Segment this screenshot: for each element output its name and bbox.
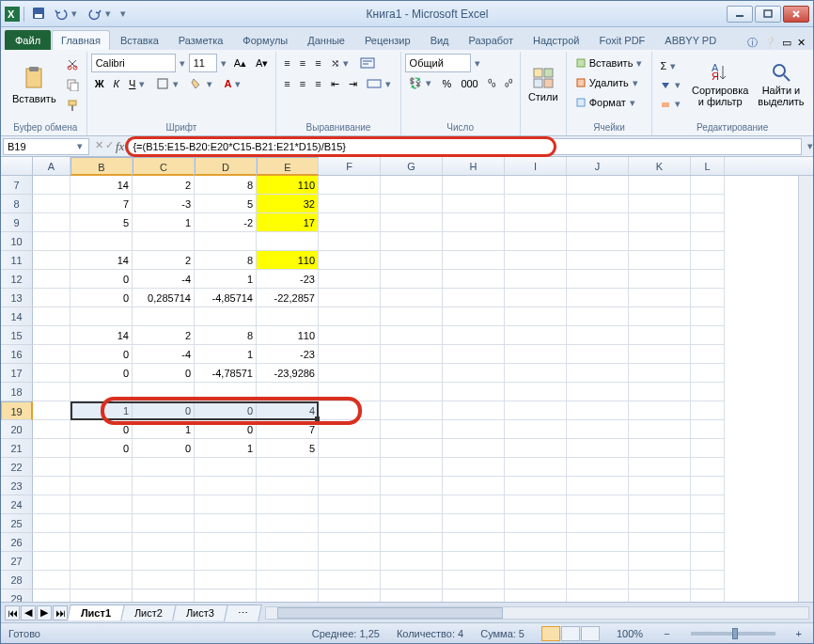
cell[interactable] xyxy=(691,383,725,401)
cell[interactable] xyxy=(319,195,381,213)
cell[interactable] xyxy=(567,289,629,307)
tab-abbyy[interactable]: ABBYY PD xyxy=(655,30,726,50)
cell[interactable] xyxy=(567,514,629,533)
cell[interactable] xyxy=(691,307,725,326)
cell[interactable] xyxy=(691,589,725,602)
cell[interactable] xyxy=(70,458,133,477)
cell[interactable] xyxy=(33,383,70,401)
cell[interactable] xyxy=(443,458,505,477)
cell[interactable] xyxy=(629,213,691,232)
cell[interactable] xyxy=(195,514,257,533)
cell[interactable] xyxy=(629,176,691,195)
cell[interactable] xyxy=(443,270,505,289)
cell[interactable] xyxy=(70,514,133,533)
align-right-button[interactable]: ≡ xyxy=(311,75,324,92)
cell[interactable] xyxy=(70,383,133,401)
format-painter-button[interactable] xyxy=(62,96,83,115)
tab-foxit[interactable]: Foxit PDF xyxy=(589,30,654,50)
wb-close-icon[interactable]: ✕ xyxy=(797,37,806,49)
cell[interactable] xyxy=(257,495,319,514)
cell[interactable] xyxy=(629,458,691,477)
tab-file[interactable]: Файл xyxy=(5,30,51,50)
view-normal-button[interactable] xyxy=(541,626,560,641)
cell[interactable] xyxy=(691,514,725,533)
name-box[interactable]: B19▾ xyxy=(3,138,89,155)
cell[interactable] xyxy=(443,571,505,589)
cell[interactable] xyxy=(381,289,443,307)
view-layout-button[interactable] xyxy=(561,626,580,641)
cell[interactable]: 110 xyxy=(257,251,319,270)
cell[interactable] xyxy=(381,345,443,364)
cell[interactable]: 0 xyxy=(133,364,195,383)
cell[interactable] xyxy=(319,213,381,232)
sheet-nav-last[interactable]: ⏭ xyxy=(53,605,68,620)
cell[interactable] xyxy=(567,458,629,477)
cell[interactable] xyxy=(691,533,725,552)
currency-button[interactable]: 💱▾ xyxy=(405,74,437,92)
orientation-button[interactable]: ⤭▾ xyxy=(327,55,354,72)
sheet-tab-1[interactable]: Лист1 xyxy=(67,605,125,620)
cell[interactable] xyxy=(195,571,257,589)
cell[interactable] xyxy=(319,589,381,602)
cell[interactable] xyxy=(691,439,725,458)
row-header[interactable]: 19 xyxy=(1,401,33,420)
cell[interactable] xyxy=(319,251,381,270)
cell[interactable] xyxy=(33,289,70,307)
cell[interactable] xyxy=(33,213,70,232)
cell[interactable] xyxy=(567,589,629,602)
row-header[interactable]: 23 xyxy=(1,477,33,495)
redo-button[interactable]: ▾ xyxy=(85,4,117,24)
cell[interactable] xyxy=(381,232,443,251)
cell[interactable] xyxy=(505,533,567,552)
cell[interactable] xyxy=(33,552,70,571)
cell[interactable] xyxy=(70,232,133,251)
cell[interactable]: 7 xyxy=(257,420,319,439)
cell[interactable] xyxy=(691,495,725,514)
cell[interactable] xyxy=(443,439,505,458)
cell[interactable] xyxy=(505,552,567,571)
horizontal-scrollbar[interactable] xyxy=(265,606,809,620)
qa-customize[interactable]: ▾ xyxy=(118,8,128,20)
cell[interactable] xyxy=(691,270,725,289)
cell[interactable]: 14 xyxy=(70,176,133,195)
tab-dev[interactable]: Разработ xyxy=(460,30,523,50)
row-header[interactable]: 27 xyxy=(1,552,33,571)
cell[interactable] xyxy=(567,326,629,345)
align-top-button[interactable]: ≡ xyxy=(280,55,293,71)
autosum-button[interactable]: Σ▾ xyxy=(656,57,686,75)
cell[interactable]: 8 xyxy=(195,326,257,345)
cell[interactable] xyxy=(33,270,70,289)
cell[interactable] xyxy=(319,514,381,533)
cell[interactable] xyxy=(567,401,629,420)
col-header[interactable]: G xyxy=(381,157,443,175)
cell[interactable] xyxy=(381,533,443,552)
cell[interactable] xyxy=(195,589,257,602)
minimize-ribbon-icon[interactable]: ⓘ xyxy=(747,36,758,50)
cell[interactable] xyxy=(133,589,195,602)
cell[interactable] xyxy=(505,289,567,307)
cell[interactable] xyxy=(319,571,381,589)
cell[interactable] xyxy=(33,326,70,345)
cell[interactable] xyxy=(381,495,443,514)
cells-insert-button[interactable]: Вставить▾ xyxy=(571,54,649,72)
col-header[interactable]: B xyxy=(70,157,133,176)
cell[interactable] xyxy=(133,307,195,326)
cell[interactable]: -23 xyxy=(257,270,319,289)
cell[interactable] xyxy=(195,533,257,552)
row-header[interactable]: 18 xyxy=(1,383,33,401)
cell[interactable] xyxy=(319,232,381,251)
cell[interactable]: 0 xyxy=(70,439,133,458)
cell[interactable] xyxy=(133,514,195,533)
cell[interactable] xyxy=(505,326,567,345)
cell[interactable] xyxy=(567,251,629,270)
cell[interactable] xyxy=(195,458,257,477)
cell[interactable] xyxy=(691,364,725,383)
undo-button[interactable]: ▾ xyxy=(51,4,83,24)
col-header[interactable]: J xyxy=(567,157,629,175)
cell[interactable]: 0 xyxy=(133,439,195,458)
merge-button[interactable]: ▾ xyxy=(363,74,397,93)
cell[interactable] xyxy=(629,477,691,495)
cell[interactable] xyxy=(567,383,629,401)
cell[interactable]: 110 xyxy=(257,326,319,345)
cell[interactable] xyxy=(629,270,691,289)
